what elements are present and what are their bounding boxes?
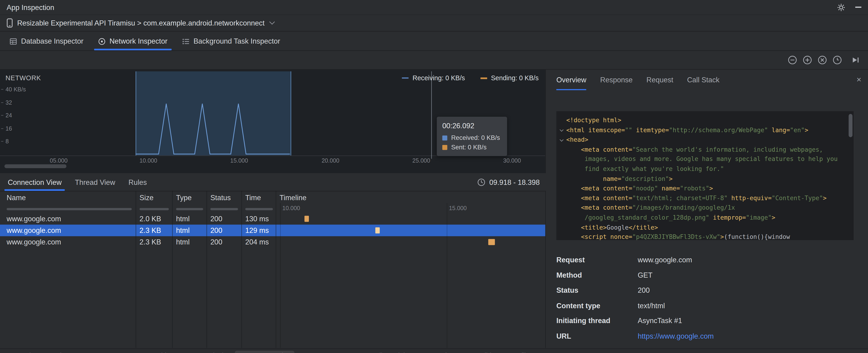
- cell-time: 204 ms: [245, 236, 269, 248]
- cell-name: www.google.com: [7, 213, 61, 225]
- field-method: Method GET: [556, 270, 862, 281]
- bottom-bar-item[interactable]: TODO: [104, 352, 132, 353]
- tab-response[interactable]: Response: [600, 70, 633, 90]
- column-scrollbar[interactable]: [176, 208, 203, 211]
- settings-gear-icon[interactable]: [837, 3, 845, 11]
- cell-status: 200: [210, 213, 222, 225]
- legend-sending: Sending: 0 KB/s: [480, 74, 539, 82]
- tab-background-task-inspector[interactable]: Background Task Inspector: [175, 32, 287, 50]
- y-axis-tick: 16: [1, 125, 12, 132]
- field-request: Request www.google.com: [556, 254, 862, 265]
- bottom-bar-item[interactable]: Build: [468, 352, 491, 353]
- column-separator: [135, 191, 136, 348]
- tooltip-sent-row: Sent: 0 KB/s: [442, 144, 501, 151]
- column-scrollbar[interactable]: [140, 208, 169, 211]
- col-header-status[interactable]: Status: [210, 193, 231, 204]
- x-axis-tick: 15.000: [230, 157, 248, 164]
- bottom-bar-item[interactable]: Version Control: [8, 352, 61, 353]
- timeline-request-marker[interactable]: [488, 239, 495, 245]
- window-title: App Inspection: [7, 3, 54, 11]
- background-task-inspector-icon: [182, 37, 190, 45]
- timeline-request-marker[interactable]: [305, 216, 309, 222]
- cell-type: html: [176, 213, 190, 225]
- url-link[interactable]: https://www.google.com: [638, 331, 714, 342]
- x-axis-tick: 20.000: [322, 157, 340, 164]
- received-swatch-icon: [442, 135, 447, 140]
- col-header-timeline[interactable]: Timeline: [280, 193, 307, 204]
- bottom-bar-item[interactable]: App Quality Insights: [345, 352, 412, 353]
- cell-status: 200: [210, 236, 222, 248]
- cell-time: 130 ms: [245, 213, 269, 225]
- tab-call-stack[interactable]: Call Stack: [687, 70, 719, 90]
- table-row[interactable]: www.google.com 2.3 KB html 200 129 ms: [0, 225, 545, 236]
- bottom-bar-item[interactable]: Services: [423, 352, 457, 353]
- column-scrollbar[interactable]: [210, 208, 238, 211]
- tab-database-inspector[interactable]: Database Inspector: [2, 32, 91, 50]
- table-row[interactable]: www.google.com 2.3 KB html 200 204 ms: [0, 236, 545, 248]
- cell-size: 2.0 KB: [140, 213, 161, 225]
- app-inspection-window: App Inspection: [0, 0, 868, 353]
- timeline-tick-label: 15.000: [449, 205, 467, 212]
- network-chart[interactable]: NETWORK Receiving: 0 KB/s Sending: 0 KB/…: [0, 70, 545, 173]
- code-vertical-scrollbar[interactable]: [849, 114, 853, 137]
- bottom-bar-item[interactable]: Terminal: [190, 352, 223, 353]
- bottom-bar-item[interactable]: Profiler: [502, 352, 531, 353]
- response-preview: <!doctype html><html itemscope="" itemty…: [556, 111, 854, 240]
- col-header-name[interactable]: Name: [7, 193, 26, 204]
- close-icon[interactable]: ×: [857, 74, 861, 85]
- table-row[interactable]: www.google.com 2.0 KB html 200 130 ms: [0, 213, 545, 225]
- x-axis-tick: 25.000: [412, 157, 430, 164]
- titlebar: App Inspection: [0, 0, 868, 15]
- x-axis-tick: 10.000: [140, 157, 157, 164]
- col-header-size[interactable]: Size: [140, 193, 153, 204]
- time-range: 09.918 - 18.398: [477, 173, 540, 191]
- col-header-type[interactable]: Type: [176, 193, 191, 204]
- tab-thread-view[interactable]: Thread View: [68, 173, 122, 191]
- chart-tooltip: 00:26.092 Received: 0 KB/s Sent: 0 KB/s: [437, 117, 507, 156]
- inspector-tab-bar: Database Inspector Network Inspector: [0, 32, 868, 51]
- tab-overview[interactable]: Overview: [556, 70, 586, 90]
- zoom-in-icon[interactable]: [803, 56, 812, 65]
- cell-size: 2.3 KB: [140, 236, 161, 248]
- field-initiating-thread: Initiating thread AsyncTask #1: [556, 315, 862, 327]
- code-view: <!doctype html><html itemscope="" itemty…: [566, 116, 848, 240]
- y-axis-tick: 32: [1, 99, 12, 106]
- column-separator: [276, 191, 276, 348]
- tab-network-inspector[interactable]: Network Inspector: [91, 32, 175, 50]
- bottom-bar-item[interactable]: Logcat: [306, 352, 334, 353]
- receiving-swatch-icon: [402, 77, 409, 78]
- chart-horizontal-scrollbar[interactable]: [4, 164, 66, 168]
- chevron-down-icon: [269, 19, 275, 25]
- x-axis-tick: 30.000: [503, 157, 521, 164]
- zoom-out-icon[interactable]: [788, 56, 797, 65]
- timeline-gridline: [280, 203, 281, 348]
- zoom-to-selection-icon[interactable]: [833, 56, 842, 65]
- bottom-bar-item[interactable]: App Inspection: [235, 350, 294, 353]
- cell-type: html: [176, 225, 190, 236]
- column-scrollbar[interactable]: [7, 208, 132, 211]
- y-axis-tick: 40 KB/s: [1, 86, 26, 93]
- timeline-gridline: [447, 203, 447, 348]
- minimize-icon[interactable]: [855, 7, 861, 8]
- timeline-request-marker[interactable]: [375, 227, 380, 233]
- tab-request[interactable]: Request: [646, 70, 673, 90]
- bottom-bar-item[interactable]: Problems: [143, 352, 179, 353]
- fold-chevron-icon[interactable]: [560, 138, 563, 142]
- process-selector[interactable]: Resizable Experimental API Tiramisu > co…: [0, 15, 868, 32]
- go-live-icon[interactable]: [851, 56, 860, 65]
- tooltip-time-line: [431, 71, 432, 159]
- cell-name: www.google.com: [7, 236, 61, 248]
- cell-time: 129 ms: [245, 225, 269, 236]
- reset-zoom-icon[interactable]: [818, 56, 827, 65]
- fold-chevron-icon[interactable]: [560, 128, 563, 132]
- tab-connection-view[interactable]: Connection View: [1, 173, 68, 191]
- clock-icon: [477, 178, 486, 186]
- network-pane: NETWORK Receiving: 0 KB/s Sending: 0 KB/…: [0, 70, 546, 348]
- column-scrollbar[interactable]: [245, 208, 273, 211]
- bottom-bar-item[interactable]: Run: [73, 352, 93, 353]
- tab-rules[interactable]: Rules: [122, 173, 154, 191]
- sending-swatch-icon: [480, 77, 487, 79]
- time-range-value: 09.918 - 18.398: [489, 178, 539, 186]
- zoom-toolbar: [0, 51, 868, 70]
- col-header-time[interactable]: Time: [245, 193, 261, 204]
